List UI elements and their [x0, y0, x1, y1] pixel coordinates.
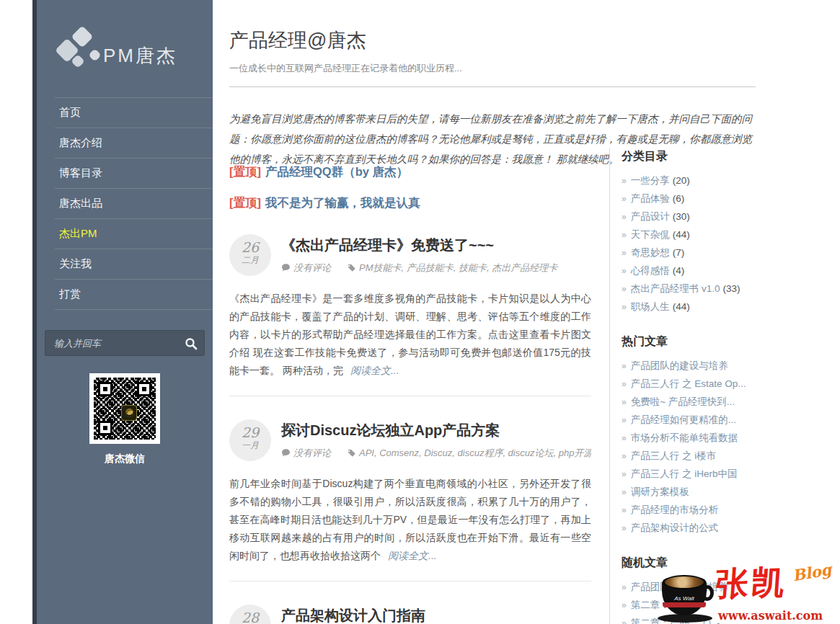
post-excerpt: 前几年业余时间基于Discuz构建了两个垂直电商领域的小社区，另外还开发了很多不…	[229, 475, 591, 565]
list-item[interactable]: »天下杂侃(44)	[622, 229, 762, 241]
category-link[interactable]: 职场人生	[631, 301, 670, 312]
list-item[interactable]: »产品三人行 之 Estate Op...	[622, 378, 762, 390]
nav-link-catalog[interactable]: 博客目录	[55, 159, 213, 188]
category-link[interactable]: 一些分享	[631, 175, 670, 186]
comment-icon	[281, 263, 291, 272]
category-count: (33)	[722, 283, 740, 294]
read-more-link[interactable]: 阅读全文...	[350, 365, 399, 376]
nav-item-home[interactable]: 首页	[55, 97, 213, 128]
arrow-icon: »	[622, 230, 627, 240]
post-tags[interactable]: PM技能卡, 产品技能卡, 技能卡, 杰出产品经理卡	[359, 262, 557, 273]
pinned-post[interactable]: [置顶]产品经理QQ群（by 唐杰）	[229, 164, 591, 180]
list-item[interactable]: »产品经理的市场分析	[622, 504, 762, 516]
nav-link-about[interactable]: 唐杰介绍	[55, 128, 213, 158]
list-item[interactable]: »奇思妙想(7)	[622, 247, 762, 259]
post-title[interactable]: 《杰出产品经理卡》免费送了~~~	[281, 236, 591, 255]
category-link[interactable]: 杰出产品经理书 v1.0	[631, 283, 720, 294]
list-item[interactable]: »心得感悟(4)	[622, 265, 762, 277]
hot-article-link[interactable]: 产品团队的建设与培养	[631, 360, 728, 371]
nav-link-reward[interactable]: 打赏	[55, 280, 213, 309]
list-item[interactable]: »市场分析不能单纯看数据	[622, 432, 762, 444]
list-item[interactable]: »一些分享(20)	[622, 175, 762, 187]
cup-stripe	[663, 602, 706, 607]
pinned-post-link[interactable]: 产品经理QQ群（by 唐杰）	[265, 165, 408, 178]
list-item[interactable]: »职场人生(44)	[622, 301, 762, 313]
list-item[interactable]: »产品经理如何更精准的...	[622, 414, 762, 426]
pin-badge: [置顶]	[229, 165, 261, 178]
hot-article-link[interactable]: 产品三人行 之 iHerb中国	[631, 468, 738, 479]
nav-item-follow[interactable]: 关注我	[55, 249, 213, 279]
category-link[interactable]: 产品设计	[631, 211, 670, 222]
hot-article-link[interactable]: 产品经理的市场分析	[631, 504, 719, 515]
list-item[interactable]: »产品设计(30)	[622, 211, 762, 223]
vertical-divider	[609, 148, 610, 624]
list-item[interactable]: »产品三人行 之 i楼市	[622, 450, 762, 462]
nav-item-catalog[interactable]: 博客目录	[55, 158, 213, 188]
blog-page: PM唐杰 首页 唐杰介绍 博客目录 唐杰出品 杰出PM 关注我 打赏	[0, 0, 840, 624]
search-input[interactable]	[45, 331, 180, 355]
arrow-icon: »	[622, 451, 627, 461]
nav-link-jiechupm[interactable]: 杰出PM	[55, 219, 213, 249]
search-box	[45, 330, 205, 356]
right-sidebar: 分类目录 »一些分享(20) »产品体验(6) »产品设计(30) »天下杂侃(…	[622, 149, 762, 624]
hot-article-link[interactable]: 产品架构设计的公式	[631, 522, 719, 533]
post-meta: 没有评论PM技能卡, 产品技能卡, 技能卡, 杰出产品经理卡	[281, 262, 591, 275]
site-logo[interactable]: PM唐杰	[37, 13, 213, 89]
pinned-post-link[interactable]: 我不是为了输赢，我就是认真	[265, 196, 420, 209]
nav-link-home[interactable]: 首页	[55, 98, 213, 128]
list-item[interactable]: »产品体验(6)	[622, 193, 762, 205]
arrow-icon: »	[622, 176, 627, 186]
qr-finder-icon	[98, 382, 112, 396]
hot-article-link[interactable]: 产品经理如何更精准的...	[631, 414, 736, 425]
arrow-icon: »	[622, 194, 627, 204]
post-comments-link[interactable]: 没有评论	[293, 262, 331, 273]
left-sidebar: PM唐杰 首页 唐杰介绍 博客目录 唐杰出品 杰出PM 关注我 打赏	[32, 0, 213, 624]
post-title[interactable]: 探讨Discuz论坛独立App产品方案	[281, 421, 591, 440]
nav-item-jiechupm[interactable]: 杰出PM	[55, 218, 213, 249]
coffee-cup-icon: As Wait	[656, 572, 715, 623]
nav-link-works[interactable]: 唐杰出品	[55, 189, 213, 218]
page-subtitle: 一位成长中的互联网产品经理正在记录着他的职业历程...	[229, 62, 756, 75]
nav-item-works[interactable]: 唐杰出品	[55, 188, 213, 218]
list-item[interactable]: »调研方案模板	[622, 486, 762, 498]
post-date-badge: 28 一月	[229, 605, 271, 624]
list-item[interactable]: »产品团队的建设与培养	[622, 360, 762, 372]
list-item[interactable]: »杰出产品经理书 v1.0(33)	[622, 283, 762, 295]
post-title[interactable]: 产品架构设计入门指南	[281, 606, 591, 624]
arrow-icon: »	[622, 618, 627, 624]
pinned-post[interactable]: [置顶]我不是为了输赢，我就是认真	[229, 195, 591, 211]
post-meta: 没有评论API, Comsenz, Discuz, discuz程序, disc…	[281, 447, 591, 460]
logo-diamond-icon	[71, 25, 93, 48]
category-count: (44)	[673, 229, 690, 240]
category-link[interactable]: 奇思妙想	[631, 247, 670, 258]
category-link[interactable]: 天下杂侃	[631, 229, 670, 240]
nav-link-follow[interactable]: 关注我	[55, 249, 213, 279]
widget-title: 分类目录	[622, 149, 762, 164]
category-count: (44)	[673, 301, 690, 312]
nav-item-about[interactable]: 唐杰介绍	[55, 128, 213, 158]
list-item[interactable]: »产品架构设计的公式	[622, 522, 762, 534]
watermark-url: www.aswait.com	[718, 609, 823, 623]
list-item[interactable]: »免费啦~ 产品经理快到...	[622, 396, 762, 408]
hot-article-link[interactable]: 产品三人行 之 i楼市	[631, 450, 717, 461]
post-date-day: 26	[229, 240, 271, 254]
hot-article-link[interactable]: 市场分析不能单纯看数据	[631, 432, 738, 443]
hot-article-link[interactable]: 产品三人行 之 Estate Op...	[631, 378, 746, 389]
wechat-qr-code	[89, 373, 160, 444]
post-comments-link[interactable]: 没有评论	[293, 447, 331, 458]
nav-item-reward[interactable]: 打赏	[55, 279, 213, 310]
watermark-name: 张凯	[714, 563, 788, 602]
logo-diamond-icon	[88, 48, 101, 61]
hot-article-link[interactable]: 调研方案模板	[631, 486, 689, 497]
category-link[interactable]: 心得感悟	[631, 265, 670, 276]
widget-hot-articles: 热门文章 »产品团队的建设与培养 »产品三人行 之 Estate Op... »…	[622, 334, 762, 534]
tag-icon	[347, 263, 356, 272]
pin-badge: [置顶]	[229, 196, 261, 209]
hot-article-link[interactable]: 免费啦~ 产品经理快到...	[631, 396, 735, 407]
arrow-icon: »	[622, 361, 627, 371]
list-item[interactable]: »产品三人行 之 iHerb中国	[622, 468, 762, 480]
category-link[interactable]: 产品体验	[631, 193, 670, 204]
post-tags[interactable]: API, Comsenz, Discuz, discuz程序, discuz论坛…	[359, 447, 591, 458]
read-more-link[interactable]: 阅读全文...	[388, 550, 437, 561]
search-icon[interactable]	[184, 336, 198, 351]
